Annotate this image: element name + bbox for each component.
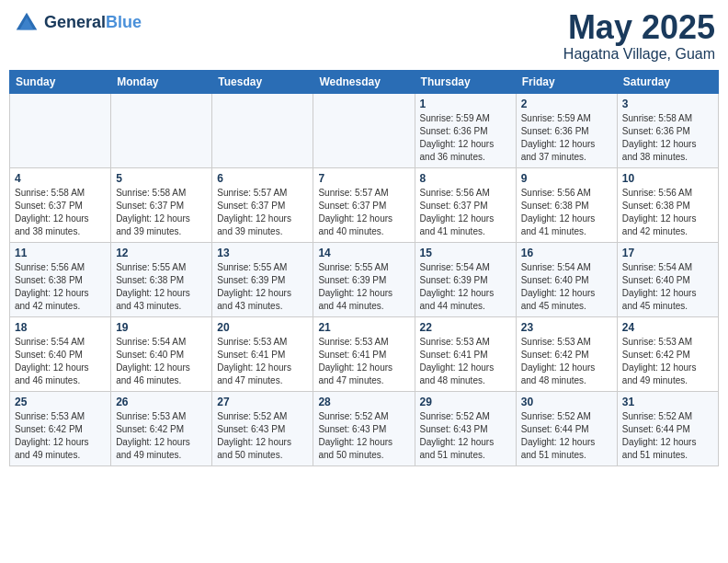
month-title: May 2025 xyxy=(563,9,715,46)
day-info: Sunrise: 5:58 AM Sunset: 6:36 PM Dayligh… xyxy=(622,112,713,164)
calendar-day-cell: 18Sunrise: 5:54 AM Sunset: 6:40 PM Dayli… xyxy=(10,316,111,391)
calendar-day-cell xyxy=(212,93,313,167)
day-info: Sunrise: 5:55 AM Sunset: 6:38 PM Dayligh… xyxy=(116,261,207,313)
day-number: 5 xyxy=(116,172,207,185)
calendar-week-row: 25Sunrise: 5:53 AM Sunset: 6:42 PM Dayli… xyxy=(10,391,719,465)
day-number: 23 xyxy=(521,321,612,334)
day-number: 13 xyxy=(217,247,308,259)
day-number: 22 xyxy=(420,321,511,334)
day-number: 16 xyxy=(521,247,612,259)
weekday-header: Tuesday xyxy=(212,70,313,93)
calendar-day-cell: 5Sunrise: 5:58 AM Sunset: 6:37 PM Daylig… xyxy=(111,167,212,242)
calendar-day-cell: 23Sunrise: 5:53 AM Sunset: 6:42 PM Dayli… xyxy=(516,316,617,391)
day-number: 8 xyxy=(420,172,511,185)
day-info: Sunrise: 5:54 AM Sunset: 6:40 PM Dayligh… xyxy=(521,261,612,313)
day-info: Sunrise: 5:56 AM Sunset: 6:38 PM Dayligh… xyxy=(15,261,106,313)
day-number: 30 xyxy=(521,396,612,408)
calendar-day-cell: 27Sunrise: 5:52 AM Sunset: 6:43 PM Dayli… xyxy=(212,391,313,465)
calendar-day-cell: 11Sunrise: 5:56 AM Sunset: 6:38 PM Dayli… xyxy=(10,242,111,316)
day-number: 26 xyxy=(116,396,207,408)
day-number: 20 xyxy=(217,321,308,334)
day-info: Sunrise: 5:53 AM Sunset: 6:41 PM Dayligh… xyxy=(318,336,409,387)
calendar-day-cell: 6Sunrise: 5:57 AM Sunset: 6:37 PM Daylig… xyxy=(212,167,313,242)
calendar-day-cell: 30Sunrise: 5:52 AM Sunset: 6:44 PM Dayli… xyxy=(516,391,617,465)
day-number: 2 xyxy=(521,98,612,110)
day-number: 9 xyxy=(521,172,612,185)
calendar-day-cell: 13Sunrise: 5:55 AM Sunset: 6:39 PM Dayli… xyxy=(212,242,313,316)
day-info: Sunrise: 5:53 AM Sunset: 6:42 PM Dayligh… xyxy=(622,336,713,387)
logo: GeneralBlue xyxy=(13,9,142,37)
calendar-day-cell: 14Sunrise: 5:55 AM Sunset: 6:39 PM Dayli… xyxy=(313,242,415,316)
day-number: 4 xyxy=(15,172,106,185)
day-info: Sunrise: 5:54 AM Sunset: 6:40 PM Dayligh… xyxy=(15,336,106,387)
day-info: Sunrise: 5:56 AM Sunset: 6:38 PM Dayligh… xyxy=(521,187,612,238)
day-number: 25 xyxy=(15,396,106,408)
calendar-week-row: 18Sunrise: 5:54 AM Sunset: 6:40 PM Dayli… xyxy=(10,316,719,391)
day-number: 17 xyxy=(622,247,713,259)
day-number: 11 xyxy=(15,247,106,259)
weekday-header: Wednesday xyxy=(313,70,415,93)
day-number: 24 xyxy=(622,321,713,334)
weekday-header: Thursday xyxy=(415,70,516,93)
calendar-day-cell: 1Sunrise: 5:59 AM Sunset: 6:36 PM Daylig… xyxy=(415,93,516,167)
day-info: Sunrise: 5:53 AM Sunset: 6:41 PM Dayligh… xyxy=(420,336,511,387)
weekday-header: Monday xyxy=(111,70,212,93)
day-number: 19 xyxy=(116,321,207,334)
day-number: 6 xyxy=(217,172,308,185)
day-number: 7 xyxy=(318,172,409,185)
logo-icon xyxy=(13,9,40,37)
location-subtitle: Hagatna Village, Guam xyxy=(563,46,715,63)
day-info: Sunrise: 5:53 AM Sunset: 6:42 PM Dayligh… xyxy=(15,410,106,462)
day-info: Sunrise: 5:53 AM Sunset: 6:42 PM Dayligh… xyxy=(521,336,612,387)
day-info: Sunrise: 5:59 AM Sunset: 6:36 PM Dayligh… xyxy=(521,112,612,164)
day-info: Sunrise: 5:52 AM Sunset: 6:44 PM Dayligh… xyxy=(622,410,713,462)
day-info: Sunrise: 5:58 AM Sunset: 6:37 PM Dayligh… xyxy=(116,187,207,238)
day-info: Sunrise: 5:53 AM Sunset: 6:42 PM Dayligh… xyxy=(116,410,207,462)
day-info: Sunrise: 5:54 AM Sunset: 6:39 PM Dayligh… xyxy=(420,261,511,313)
day-info: Sunrise: 5:52 AM Sunset: 6:43 PM Dayligh… xyxy=(318,410,409,462)
day-info: Sunrise: 5:55 AM Sunset: 6:39 PM Dayligh… xyxy=(217,261,308,313)
calendar-day-cell: 12Sunrise: 5:55 AM Sunset: 6:38 PM Dayli… xyxy=(111,242,212,316)
calendar-day-cell xyxy=(10,93,111,167)
day-info: Sunrise: 5:52 AM Sunset: 6:43 PM Dayligh… xyxy=(217,410,308,462)
calendar-header-row: SundayMondayTuesdayWednesdayThursdayFrid… xyxy=(10,70,719,93)
day-info: Sunrise: 5:52 AM Sunset: 6:43 PM Dayligh… xyxy=(420,410,511,462)
day-info: Sunrise: 5:58 AM Sunset: 6:37 PM Dayligh… xyxy=(15,187,106,238)
day-info: Sunrise: 5:56 AM Sunset: 6:37 PM Dayligh… xyxy=(420,187,511,238)
day-number: 3 xyxy=(622,98,713,110)
day-number: 29 xyxy=(420,396,511,408)
day-info: Sunrise: 5:53 AM Sunset: 6:41 PM Dayligh… xyxy=(217,336,308,387)
day-info: Sunrise: 5:56 AM Sunset: 6:38 PM Dayligh… xyxy=(622,187,713,238)
calendar-day-cell: 20Sunrise: 5:53 AM Sunset: 6:41 PM Dayli… xyxy=(212,316,313,391)
logo-text: GeneralBlue xyxy=(44,14,142,32)
calendar-day-cell: 26Sunrise: 5:53 AM Sunset: 6:42 PM Dayli… xyxy=(111,391,212,465)
calendar-day-cell: 19Sunrise: 5:54 AM Sunset: 6:40 PM Dayli… xyxy=(111,316,212,391)
day-number: 31 xyxy=(622,396,713,408)
calendar-day-cell: 3Sunrise: 5:58 AM Sunset: 6:36 PM Daylig… xyxy=(617,93,718,167)
weekday-header: Friday xyxy=(516,70,617,93)
calendar-day-cell: 22Sunrise: 5:53 AM Sunset: 6:41 PM Dayli… xyxy=(415,316,516,391)
calendar-day-cell: 25Sunrise: 5:53 AM Sunset: 6:42 PM Dayli… xyxy=(10,391,111,465)
day-number: 1 xyxy=(420,98,511,110)
day-info: Sunrise: 5:55 AM Sunset: 6:39 PM Dayligh… xyxy=(318,261,409,313)
day-info: Sunrise: 5:52 AM Sunset: 6:44 PM Dayligh… xyxy=(521,410,612,462)
calendar-day-cell: 31Sunrise: 5:52 AM Sunset: 6:44 PM Dayli… xyxy=(617,391,718,465)
calendar-table: SundayMondayTuesdayWednesdayThursdayFrid… xyxy=(9,70,719,466)
calendar-week-row: 1Sunrise: 5:59 AM Sunset: 6:36 PM Daylig… xyxy=(10,93,719,167)
calendar-week-row: 4Sunrise: 5:58 AM Sunset: 6:37 PM Daylig… xyxy=(10,167,719,242)
day-number: 10 xyxy=(622,172,713,185)
calendar-day-cell: 4Sunrise: 5:58 AM Sunset: 6:37 PM Daylig… xyxy=(10,167,111,242)
title-block: May 2025 Hagatna Village, Guam xyxy=(563,9,715,63)
calendar-day-cell: 16Sunrise: 5:54 AM Sunset: 6:40 PM Dayli… xyxy=(516,242,617,316)
calendar-day-cell xyxy=(313,93,415,167)
day-info: Sunrise: 5:57 AM Sunset: 6:37 PM Dayligh… xyxy=(318,187,409,238)
day-info: Sunrise: 5:57 AM Sunset: 6:37 PM Dayligh… xyxy=(217,187,308,238)
calendar-day-cell: 2Sunrise: 5:59 AM Sunset: 6:36 PM Daylig… xyxy=(516,93,617,167)
calendar-day-cell: 24Sunrise: 5:53 AM Sunset: 6:42 PM Dayli… xyxy=(617,316,718,391)
day-number: 14 xyxy=(318,247,409,259)
day-number: 27 xyxy=(217,396,308,408)
calendar-day-cell: 17Sunrise: 5:54 AM Sunset: 6:40 PM Dayli… xyxy=(617,242,718,316)
weekday-header: Sunday xyxy=(10,70,111,93)
calendar-day-cell: 28Sunrise: 5:52 AM Sunset: 6:43 PM Dayli… xyxy=(313,391,415,465)
day-number: 12 xyxy=(116,247,207,259)
